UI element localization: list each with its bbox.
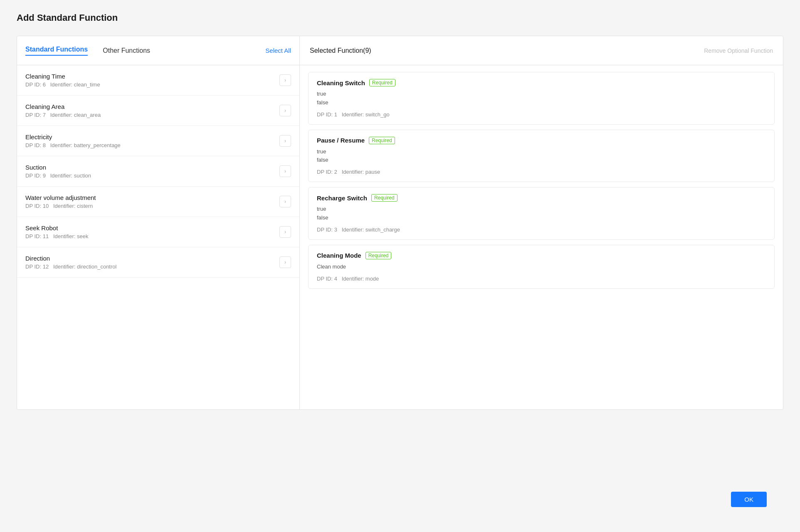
list-item-meta: DP ID: 12 Identifier: direction_control: [25, 264, 116, 270]
list-item-info: Cleaning Time DP ID: 6 Identifier: clean…: [25, 73, 100, 88]
function-card-name: Pause / Resume: [317, 137, 365, 144]
ok-button[interactable]: OK: [731, 492, 767, 507]
list-item-name: Water volume adjustment: [25, 194, 96, 201]
chevron-right-icon[interactable]: ›: [279, 135, 291, 147]
list-item-info: Direction DP ID: 12 Identifier: directio…: [25, 255, 116, 270]
function-card-header: Cleaning Switch Required: [317, 79, 766, 86]
function-card-header: Recharge Switch Required: [317, 194, 766, 202]
function-card-values: truefalse: [317, 90, 766, 107]
chevron-right-icon[interactable]: ›: [279, 256, 291, 268]
right-list: Cleaning Switch Required truefalse DP ID…: [300, 65, 783, 409]
list-item[interactable]: Direction DP ID: 12 Identifier: directio…: [17, 247, 299, 278]
function-card-name: Recharge Switch: [317, 195, 367, 202]
list-item-name: Electricity: [25, 133, 121, 140]
function-card: Recharge Switch Required truefalse DP ID…: [308, 187, 775, 240]
list-item[interactable]: Water volume adjustment DP ID: 10 Identi…: [17, 187, 299, 217]
left-list: Cleaning Time DP ID: 6 Identifier: clean…: [17, 65, 299, 409]
list-item-meta: DP ID: 6 Identifier: clean_time: [25, 81, 100, 88]
list-item-info: Electricity DP ID: 8 Identifier: battery…: [25, 133, 121, 148]
function-card-meta: DP ID: 3 Identifier: switch_charge: [317, 227, 766, 233]
list-item[interactable]: Cleaning Area DP ID: 7 Identifier: clean…: [17, 96, 299, 126]
list-item-name: Cleaning Time: [25, 73, 100, 80]
page-title: Add Standard Function: [17, 12, 783, 23]
list-item-info: Seek Robot DP ID: 11 Identifier: seek: [25, 224, 89, 239]
list-item-meta: DP ID: 11 Identifier: seek: [25, 233, 89, 239]
list-item-name: Direction: [25, 255, 116, 262]
required-badge: Required: [365, 252, 392, 259]
chevron-right-icon[interactable]: ›: [279, 196, 291, 207]
left-panel: Standard Functions Other Functions Selec…: [17, 36, 300, 409]
required-badge: Required: [371, 194, 398, 202]
main-container: Standard Functions Other Functions Selec…: [17, 36, 783, 410]
remove-optional-button[interactable]: Remove Optional Function: [704, 47, 773, 54]
function-card-header: Cleaning Mode Required: [317, 252, 766, 259]
function-card-meta: DP ID: 1 Identifier: switch_go: [317, 111, 766, 118]
left-header: Standard Functions Other Functions Selec…: [17, 36, 299, 65]
tab-other-functions[interactable]: Other Functions: [103, 47, 150, 54]
function-card-header: Pause / Resume Required: [317, 137, 766, 144]
right-panel: Selected Function(9) Remove Optional Fun…: [300, 36, 783, 409]
list-item[interactable]: Seek Robot DP ID: 11 Identifier: seek ›: [17, 217, 299, 247]
right-header: Selected Function(9) Remove Optional Fun…: [300, 36, 783, 65]
function-card: Cleaning Switch Required truefalse DP ID…: [308, 72, 775, 125]
list-item[interactable]: Cleaning Time DP ID: 6 Identifier: clean…: [17, 65, 299, 96]
chevron-right-icon[interactable]: ›: [279, 165, 291, 177]
list-item-meta: DP ID: 7 Identifier: clean_area: [25, 112, 101, 118]
list-item-name: Seek Robot: [25, 224, 89, 232]
function-card-name: Cleaning Switch: [317, 79, 365, 86]
list-item[interactable]: Electricity DP ID: 8 Identifier: battery…: [17, 126, 299, 156]
list-item[interactable]: Suction DP ID: 9 Identifier: suction ›: [17, 156, 299, 187]
list-item-meta: DP ID: 9 Identifier: suction: [25, 172, 91, 179]
chevron-right-icon[interactable]: ›: [279, 105, 291, 116]
list-item-name: Cleaning Area: [25, 103, 101, 110]
required-badge: Required: [369, 137, 395, 144]
list-item-meta: DP ID: 8 Identifier: battery_percentage: [25, 142, 121, 148]
required-badge: Required: [369, 79, 395, 86]
function-card-values: truefalse: [317, 148, 766, 165]
function-card: Cleaning Mode Required Clean mode DP ID:…: [308, 245, 775, 289]
function-card-name: Cleaning Mode: [317, 252, 361, 259]
function-card-meta: DP ID: 2 Identifier: pause: [317, 169, 766, 175]
function-card-values: Clean mode: [317, 263, 766, 271]
list-item-meta: DP ID: 10 Identifier: cistern: [25, 203, 96, 209]
tab-standard-functions[interactable]: Standard Functions: [25, 46, 88, 56]
select-all-button[interactable]: Select All: [265, 47, 291, 54]
list-item-name: Suction: [25, 164, 91, 171]
selected-function-title: Selected Function(9): [310, 47, 371, 54]
chevron-right-icon[interactable]: ›: [279, 74, 291, 86]
function-card: Pause / Resume Required truefalse DP ID:…: [308, 130, 775, 182]
function-card-values: truefalse: [317, 205, 766, 222]
list-item-info: Cleaning Area DP ID: 7 Identifier: clean…: [25, 103, 101, 118]
function-card-meta: DP ID: 4 Identifier: mode: [317, 276, 766, 282]
list-item-info: Water volume adjustment DP ID: 10 Identi…: [25, 194, 96, 209]
list-item-info: Suction DP ID: 9 Identifier: suction: [25, 164, 91, 179]
ok-button-container: OK: [731, 492, 767, 507]
chevron-right-icon[interactable]: ›: [279, 226, 291, 238]
